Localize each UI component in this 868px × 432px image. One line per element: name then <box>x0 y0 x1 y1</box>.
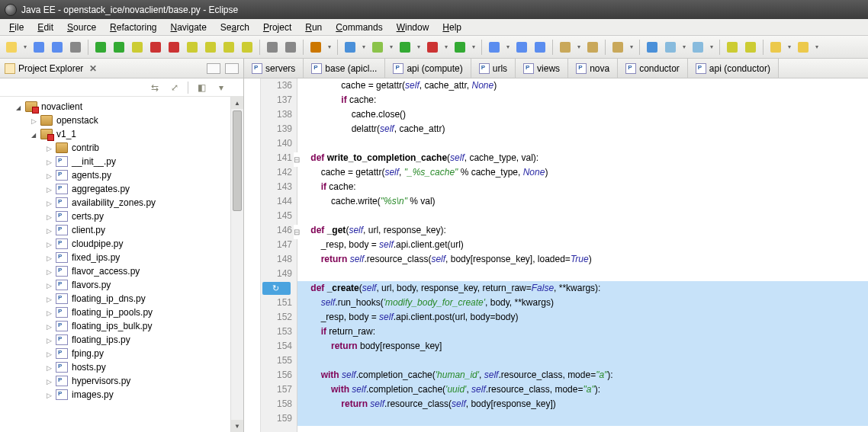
tree-item[interactable]: hypervisors.py <box>0 374 243 388</box>
tree-item[interactable]: contrib <box>0 141 243 155</box>
dropdown-arrow-icon[interactable]: ▾ <box>680 43 688 50</box>
task-button[interactable] <box>742 39 759 56</box>
tree-item[interactable]: certs.py <box>0 210 243 223</box>
line-number[interactable]: 137 <box>261 93 292 107</box>
collapse-arrow-icon[interactable] <box>44 295 53 303</box>
collapse-arrow-icon[interactable] <box>44 254 53 262</box>
tree-item[interactable]: novaclient <box>0 100 243 114</box>
link-editor-icon[interactable]: ⤢ <box>168 81 182 94</box>
tree-item[interactable]: fixed_ips.py <box>0 251 243 264</box>
code-editor[interactable]: 1361371381391401411421431441451461471481… <box>244 78 868 432</box>
drop-button[interactable] <box>239 39 256 56</box>
outline-button[interactable] <box>724 39 741 56</box>
editor-tab[interactable]: api (conductor) <box>688 59 779 78</box>
dropdown-arrow-icon[interactable]: ▾ <box>360 43 368 50</box>
forward-button[interactable] <box>795 39 812 56</box>
line-number[interactable]: 151 <box>261 296 292 310</box>
step-return-button[interactable] <box>220 39 237 56</box>
code-line[interactable]: def _create(self, url, body, response_ke… <box>297 281 868 296</box>
menu-run[interactable]: Run <box>299 21 328 34</box>
code-line[interactable] <box>297 267 868 281</box>
editor-tab[interactable]: servers <box>244 59 304 78</box>
tree-item[interactable]: agents.py <box>0 168 243 182</box>
collapse-arrow-icon[interactable] <box>44 336 53 344</box>
scroll-thumb[interactable] <box>233 110 242 211</box>
tree-item[interactable]: floating_ip_dns.py <box>0 292 243 306</box>
line-number[interactable]: 138 <box>261 107 292 122</box>
code-line[interactable]: _resp, body = self.api.client.post(url, … <box>297 310 868 325</box>
dropdown-arrow-icon[interactable]: ▾ <box>442 43 450 50</box>
menu-refactoring[interactable]: Refactoring <box>104 21 162 34</box>
code-line[interactable]: with self.completion_cache('human_id', s… <box>297 368 868 382</box>
collapse-arrow-icon[interactable] <box>44 267 53 276</box>
line-number[interactable]: 152 <box>261 310 292 325</box>
browser-button[interactable] <box>644 39 661 56</box>
menu-source[interactable]: Source <box>61 21 102 34</box>
line-number[interactable]: 154 <box>261 339 292 354</box>
new-button[interactable] <box>3 39 20 56</box>
line-number[interactable]: 155 <box>261 354 292 368</box>
code-line[interactable] <box>297 136 868 151</box>
line-number[interactable]: 147 <box>261 238 292 252</box>
tree-item[interactable]: aggregates.py <box>0 182 243 196</box>
scroll-down-icon[interactable]: ▼ <box>231 420 243 432</box>
server-debug-button[interactable] <box>513 39 530 56</box>
step-into-button[interactable] <box>184 39 201 56</box>
code-line[interactable]: cache.close() <box>297 107 868 122</box>
collapse-arrow-icon[interactable] <box>44 158 53 166</box>
code-line[interactable]: if cache: <box>297 180 868 194</box>
expand-arrow-icon[interactable] <box>29 130 38 139</box>
line-number[interactable]: 143 <box>261 180 292 194</box>
dropdown-arrow-icon[interactable]: ▾ <box>813 43 821 50</box>
save-button[interactable] <box>31 39 47 56</box>
run-button[interactable] <box>397 39 413 56</box>
editor-tab[interactable]: views <box>516 59 568 78</box>
code-line[interactable]: if return_raw: <box>297 325 868 339</box>
tree-item[interactable]: client.py <box>0 223 243 237</box>
dropdown-arrow-icon[interactable]: ▾ <box>786 43 793 50</box>
code-line[interactable]: return self.resource_class(self, body[re… <box>297 397 868 411</box>
code-line[interactable]: _resp, body = self.api.client.get(url) <box>297 238 868 252</box>
code-line[interactable]: return body[response_key] <box>297 339 868 354</box>
editor-tab[interactable]: urls <box>471 59 516 78</box>
collapse-arrow-icon[interactable] <box>44 226 53 235</box>
code-line[interactable]: def _get(self, url, response_key): <box>297 223 868 238</box>
code-line[interactable]: return self.resource_class(self, body[re… <box>297 252 868 267</box>
dropdown-arrow-icon[interactable]: ▾ <box>387 43 395 50</box>
maximize-view-button[interactable] <box>225 63 239 74</box>
menu-edit[interactable]: Edit <box>31 21 59 34</box>
menu-commands[interactable]: Commands <box>330 21 388 34</box>
tree-item[interactable]: flavor_access.py <box>0 264 243 278</box>
back-button[interactable] <box>767 39 784 56</box>
line-number[interactable]: 149 <box>261 267 292 281</box>
dropdown-arrow-icon[interactable]: ▾ <box>708 43 715 50</box>
print-button[interactable] <box>67 39 84 56</box>
code-content[interactable]: cache = getattr(self, cache_attr, None) … <box>297 78 868 432</box>
editor-tab[interactable]: conductor <box>618 59 688 78</box>
dropdown-arrow-icon[interactable]: ▾ <box>415 43 423 50</box>
debug-pause-button[interactable] <box>129 39 146 56</box>
expand-arrow-icon[interactable] <box>14 103 23 111</box>
dropdown-arrow-icon[interactable]: ▾ <box>470 43 477 50</box>
tree-item[interactable]: v1_1 <box>0 127 243 141</box>
editor-tab[interactable]: base (apicl... <box>304 59 385 78</box>
line-number[interactable]: 140 <box>261 136 292 151</box>
tree-item[interactable]: availability_zones.py <box>0 196 243 210</box>
code-line[interactable]: cache = getattr(self, "_%s_cache" % cach… <box>297 165 868 180</box>
debug-disconnect-button[interactable] <box>166 39 182 56</box>
menu-navigate[interactable]: Navigate <box>164 21 212 34</box>
line-number[interactable]: 159 <box>261 411 292 426</box>
tree-item[interactable]: flavors.py <box>0 278 243 292</box>
collapse-arrow-icon[interactable] <box>44 363 53 372</box>
collapse-arrow-icon[interactable] <box>44 144 53 152</box>
build-button[interactable] <box>307 39 324 56</box>
minimize-view-button[interactable] <box>207 63 220 74</box>
collapse-arrow-icon[interactable] <box>29 117 38 125</box>
collapse-arrow-icon[interactable] <box>44 199 53 207</box>
tree-item[interactable]: openstack <box>0 114 243 127</box>
editor-tab[interactable]: api (compute) <box>385 59 471 78</box>
wizard-button[interactable] <box>662 39 679 56</box>
line-number[interactable]: 157 <box>261 382 292 397</box>
code-line[interactable]: self.run_hooks('modify_body_for_create',… <box>297 296 868 310</box>
line-number[interactable]: 156 <box>261 368 292 382</box>
